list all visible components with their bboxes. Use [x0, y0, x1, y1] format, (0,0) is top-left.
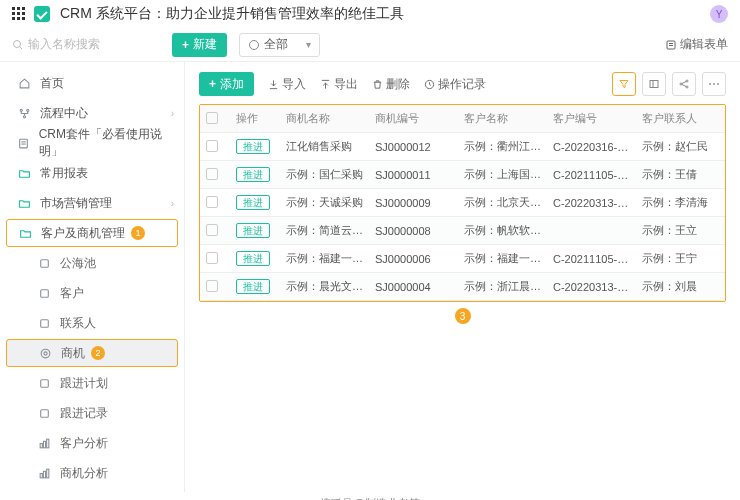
advance-button[interactable]: 推进: [236, 139, 270, 154]
svg-rect-13: [40, 289, 48, 297]
sidebar-item-11[interactable]: 跟进记录: [0, 398, 184, 428]
sidebar-item-9[interactable]: 商机2: [6, 339, 178, 367]
svg-rect-17: [40, 379, 48, 387]
svg-rect-12: [40, 259, 48, 267]
columns-icon[interactable]: [642, 72, 666, 96]
sidebar-item-4[interactable]: 市场营销管理›: [0, 188, 184, 218]
sidebar-item-label: 客户及商机管理: [41, 225, 125, 242]
table-row[interactable]: 推进示例：天诚采购SJ0000009示例：北京天诚软件…C-20220313-0…: [200, 189, 725, 217]
more-icon[interactable]: ⋯: [702, 72, 726, 96]
advance-button[interactable]: 推进: [236, 195, 270, 210]
sidebar-item-label: 市场营销管理: [40, 195, 112, 212]
svg-point-28: [680, 83, 682, 85]
table-row[interactable]: 推进示例：晨光文具设备…SJ0000004示例：浙江晨光文具…C-2022031…: [200, 273, 725, 301]
table-row[interactable]: 推进示例：简道云采购SJ0000008示例：帆软软件有限公司示例：王立: [200, 217, 725, 245]
svg-rect-22: [40, 473, 42, 477]
sidebar-item-14[interactable]: 产品报价管理›: [0, 488, 184, 492]
search-input[interactable]: 输入名称搜索: [12, 36, 172, 53]
sidebar-item-label: 客户分析: [60, 435, 108, 452]
edit-form-button[interactable]: 编辑表单: [665, 36, 728, 53]
svg-rect-23: [43, 471, 45, 478]
sidebar-item-5[interactable]: 客户及商机管理1: [6, 219, 178, 247]
sidebar-item-0[interactable]: 首页: [0, 68, 184, 98]
chevron-right-icon: ›: [171, 198, 174, 209]
avatar[interactable]: Y: [710, 5, 728, 23]
sidebar-item-2[interactable]: CRM套件「必看使用说明」: [0, 128, 184, 158]
table-row[interactable]: 推进示例：国仁采购SJ0000011示例：上海国仁有限…C-20211105-0…: [200, 161, 725, 189]
export-button[interactable]: 导出: [320, 76, 358, 93]
sidebar-item-label: 常用报表: [40, 165, 88, 182]
sub-icon: [36, 317, 52, 330]
scope-select[interactable]: 全部▾: [239, 33, 320, 57]
svg-rect-19: [40, 443, 42, 447]
oplog-button[interactable]: 操作记录: [424, 76, 486, 93]
checkbox[interactable]: [206, 140, 218, 152]
chart-icon: [36, 467, 52, 480]
sidebar-item-label: 客户: [60, 285, 84, 302]
doc-icon: [16, 137, 31, 150]
sidebar-item-label: CRM套件「必看使用说明」: [39, 126, 174, 160]
checkbox[interactable]: [206, 168, 218, 180]
sidebar-item-6[interactable]: 公海池: [0, 248, 184, 278]
badge: 1: [131, 226, 145, 240]
folder-icon: [16, 167, 32, 180]
svg-point-2: [250, 40, 259, 49]
advance-button[interactable]: 推进: [236, 167, 270, 182]
flow-icon: [16, 107, 32, 120]
svg-point-6: [20, 109, 22, 111]
svg-point-15: [41, 349, 50, 358]
col-header[interactable]: 客户名称: [458, 105, 547, 133]
target-icon: [37, 347, 53, 360]
share-icon[interactable]: [672, 72, 696, 96]
checkbox-all[interactable]: [206, 112, 218, 124]
advance-button[interactable]: 推进: [236, 251, 270, 266]
sidebar-item-label: 跟进记录: [60, 405, 108, 422]
badge: 2: [91, 346, 105, 360]
checkbox[interactable]: [206, 280, 218, 292]
checkbox[interactable]: [206, 196, 218, 208]
sub-icon: [36, 407, 52, 420]
checkbox[interactable]: [206, 224, 218, 236]
col-header[interactable]: 商机名称: [280, 105, 369, 133]
add-button[interactable]: +添加: [199, 72, 254, 96]
col-header[interactable]: 商机编号: [369, 105, 458, 133]
sub-icon: [36, 257, 52, 270]
col-header[interactable]: 客户联系人: [636, 105, 725, 133]
svg-line-32: [682, 85, 686, 87]
table-row[interactable]: 推进江化销售采购SJ0000012示例：衢州江化集团C-20220316-000…: [200, 133, 725, 161]
new-button[interactable]: +新建: [172, 33, 227, 57]
col-header[interactable]: 操作: [230, 105, 280, 133]
sidebar: 首页流程中心›CRM套件「必看使用说明」常用报表市场营销管理›客户及商机管理1公…: [0, 62, 185, 492]
svg-point-7: [26, 109, 28, 111]
sidebar-item-label: 首页: [40, 75, 64, 92]
sub-icon: [36, 377, 52, 390]
folder-icon: [16, 197, 32, 210]
sidebar-item-10[interactable]: 跟进计划: [0, 368, 184, 398]
table-row[interactable]: 推进示例：福建一高3月订单SJ0000006示例：福建一高集团C-2021110…: [200, 245, 725, 273]
data-table: 操作商机名称商机编号客户名称客户编号客户联系人 推进江化销售采购SJ000001…: [200, 105, 725, 301]
sub-icon: [36, 287, 52, 300]
advance-button[interactable]: 推进: [236, 279, 270, 294]
sidebar-item-3[interactable]: 常用报表: [0, 158, 184, 188]
svg-point-16: [43, 351, 46, 354]
svg-point-29: [686, 80, 688, 82]
sidebar-item-13[interactable]: 商机分析: [0, 458, 184, 488]
home-icon: [16, 77, 32, 90]
checkbox[interactable]: [206, 252, 218, 264]
sidebar-item-7[interactable]: 客户: [0, 278, 184, 308]
delete-button[interactable]: 删除: [372, 76, 410, 93]
filter-icon[interactable]: [612, 72, 636, 96]
apps-icon[interactable]: [12, 7, 26, 21]
import-button[interactable]: 导入: [268, 76, 306, 93]
sidebar-item-1[interactable]: 流程中心›: [0, 98, 184, 128]
svg-rect-21: [46, 439, 48, 448]
sidebar-item-label: 流程中心: [40, 105, 88, 122]
sidebar-item-8[interactable]: 联系人: [0, 308, 184, 338]
advance-button[interactable]: 推进: [236, 223, 270, 238]
col-header[interactable]: 客户编号: [547, 105, 636, 133]
svg-point-0: [14, 40, 21, 47]
svg-rect-14: [40, 319, 48, 327]
footer-credit: 搜狐号@制造业老简: [0, 492, 740, 500]
svg-rect-24: [46, 469, 48, 478]
sidebar-item-12[interactable]: 客户分析: [0, 428, 184, 458]
